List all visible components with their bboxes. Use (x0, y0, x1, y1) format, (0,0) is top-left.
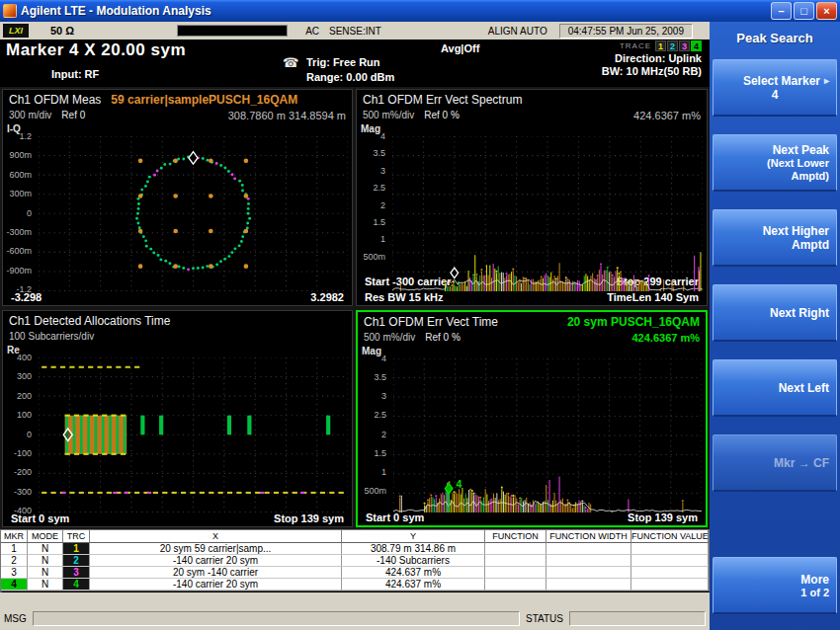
panel-title-row: Ch1 Detected Allocations Time (3, 311, 352, 329)
ref-level: Ref 0 (61, 110, 85, 120)
x-axis-row: Start 0 sym Stop 139 sym (3, 511, 352, 526)
y-axis-ticks-4: 2 (380, 200, 385, 210)
y-axis-ticks-5: 1.5 (374, 448, 386, 458)
plot-body: I-Q 1.2900m600m300m0-300m-600m-900m-1.2 (3, 122, 352, 289)
y-axis-ticks-1: 3.5 (374, 372, 386, 382)
marker-value: 424.6367 m% (632, 332, 701, 344)
mode-cell: N (28, 555, 63, 567)
resbw-row: Res BW 15 kHz TimeLen 140 Sym (357, 289, 707, 305)
softkey-next-left[interactable]: Next Left (713, 359, 837, 417)
next-left-label: Next Left (779, 381, 829, 395)
marker-table-row-3[interactable]: 3 N 3 20 sym -140 carrier 424.637 m% (1, 567, 709, 579)
softkey-select-marker[interactable]: Select Marker ▸ 4 (713, 59, 837, 117)
title-bar[interactable]: Agilent LTE - Modulation Analysis – □ × (0, 0, 840, 22)
softkey-mkr-to-cf[interactable]: Mkr → CF (713, 434, 837, 492)
plot-body: Mag 43.532.521.51500m (357, 122, 707, 274)
err-vect-time-plot: 4 (393, 358, 702, 512)
y-axis-ticks-7: 500m (364, 486, 386, 496)
y-axis-ticks-1: 900m (9, 150, 32, 160)
panel-title: Ch1 OFDM Err Vect Spectrum (363, 93, 522, 107)
x-cell: -140 carrier 20 sym (90, 579, 342, 591)
close-button[interactable]: × (816, 2, 837, 20)
y-axis-ticks-5: -300m (6, 227, 32, 237)
maximize-button[interactable]: □ (794, 2, 814, 20)
y-axis-ticks-4: 2 (381, 430, 386, 439)
status-label: STATUS (526, 613, 563, 626)
softkey-more[interactable]: More 1 of 2 (713, 557, 837, 614)
y-axis-ticks: 43.532.521.51500m (358, 354, 390, 514)
stop-label: Stop 139 sym (628, 512, 698, 523)
y-axis-ticks-5: -100 (14, 448, 32, 458)
panel-err-vect-spectrum[interactable]: Ch1 OFDM Err Vect Spectrum 500 m%/div Re… (356, 89, 708, 306)
more-label: More (800, 573, 829, 587)
x-axis-row: -3.298 3.2982 (3, 289, 352, 305)
status-field (569, 611, 706, 626)
softkey-panel: Peak Search Select Marker ▸ 4 Next Peak … (710, 22, 840, 630)
x-max-label: 3.2982 (310, 291, 344, 303)
y-axis-ticks-7: -900m (6, 266, 32, 276)
trace-selectors-3[interactable]: 4 (691, 40, 702, 51)
panel-title: Ch1 OFDM Err Vect Time (364, 315, 498, 329)
trc-cell: 4 (63, 579, 90, 591)
y-axis-ticks-2: 600m (9, 170, 32, 180)
minimize-button[interactable]: – (771, 2, 792, 20)
ref-level: Ref 0 % (425, 332, 461, 343)
panel-err-vect-time[interactable]: Ch1 OFDM Err Vect Time 20 sym PUSCH_16QA… (356, 310, 708, 527)
input-label: Input: RF (51, 68, 99, 80)
panel-detected-allocations[interactable]: Ch1 Detected Allocations Time 100 Subcar… (2, 310, 353, 527)
y-axis-ticks-4: 0 (27, 430, 32, 439)
plot-grid: Ch1 OFDM Meas 59 carrier|samplePUSCH_16Q… (0, 87, 710, 529)
plot-body: Re 4003002001000-100-200-300-400 (3, 344, 352, 511)
softkey-next-higher-amptd[interactable]: Next Higher Amptd (713, 209, 837, 267)
allocations-plot (39, 357, 348, 512)
softkey-next-right[interactable]: Next Right (713, 284, 837, 342)
y-axis-ticks-3: 300m (9, 189, 32, 198)
function-value-cell (631, 543, 709, 555)
timelen-label: TimeLen 140 Sym (607, 291, 699, 303)
more-page: 1 of 2 (800, 587, 829, 598)
panel-scale-row: 300 m/div Ref 0 308.7860 m 314.8594 m (3, 108, 352, 122)
datetime-display: 04:47:55 PM Jun 25, 2009 (559, 24, 693, 39)
next-peak-line1: Next Peak (773, 143, 829, 157)
mode-cell: N (28, 567, 63, 579)
scale-per-div: 500 m%/div (363, 110, 414, 120)
panel-title-row: Ch1 OFDM Meas 59 carrier|samplePUSCH_16Q… (3, 90, 352, 108)
status-strip: LXI 50 Ω AC SENSE:INT ALIGN AUTO 04:47:5… (0, 22, 710, 39)
scale-per-div: 500 m%/div (364, 332, 415, 343)
marker-table-row-1[interactable]: 1 N 1 20 sym 59 carrier|samp... 308.79 m… (1, 543, 709, 555)
annunciator-box (177, 25, 288, 37)
bottom-status-bar: MSG STATUS (0, 592, 710, 630)
trace-selectors-1[interactable]: 2 (667, 40, 678, 51)
range-status: Range: 0.00 dBm (306, 71, 394, 83)
softkey-next-peak[interactable]: Next Peak (Next Lower Amptd) (713, 134, 837, 192)
res-bw-label: Res BW 15 kHz (365, 291, 443, 303)
y-axis-ticks-0: 4 (380, 131, 385, 141)
scale-per-div: 100 Subcarriers/div (9, 331, 94, 342)
spectrum-plot (392, 136, 703, 291)
y-axis-ticks-2: 3 (380, 166, 385, 176)
trace-selectors-2[interactable]: 3 (679, 40, 690, 51)
function-value-cell (631, 555, 709, 567)
app-window: Agilent LTE - Modulation Analysis – □ × … (0, 0, 840, 630)
marker-table-row-2[interactable]: 2 N 2 -140 carrier 20 sym -140 Subcarrie… (1, 555, 709, 567)
submenu-arrow-icon: ▸ (824, 75, 829, 86)
marker-table-header-5: FUNCTION (485, 530, 546, 543)
trc-cell: 2 (63, 555, 90, 567)
y-axis-ticks: 1.2900m600m300m0-300m-600m-900m-1.2 (3, 131, 36, 294)
y-axis-ticks: 4003002001000-100-200-300-400 (3, 353, 36, 515)
panel-title-row: Ch1 OFDM Err Vect Spectrum (357, 90, 707, 108)
lxi-logo: LXI (3, 24, 29, 38)
y-cell: -140 Subcarriers (342, 555, 485, 567)
y-cell: 424.637 m% (342, 567, 485, 579)
y-axis-ticks-6: -600m (6, 246, 32, 256)
panel-scale-row: 500 m%/div Ref 0 % 424.6367 m% (357, 108, 707, 122)
handset-icon: ☎ (283, 55, 298, 70)
mkr-cell: 3 (1, 567, 28, 579)
panel-ofdm-meas[interactable]: Ch1 OFDM Meas 59 carrier|samplePUSCH_16Q… (2, 89, 353, 306)
marker-table-row-4[interactable]: 4 N 4 -140 carrier 20 sym 424.637 m% (1, 579, 709, 591)
trace-selectors-0[interactable]: 1 (655, 40, 666, 51)
marker-readout: Marker 4 X 20.00 sym (6, 40, 186, 60)
marker-table-header-3: X (90, 530, 342, 543)
marker-value: 308.7860 m 314.8594 m (228, 110, 346, 121)
trc-cell: 1 (63, 543, 90, 555)
